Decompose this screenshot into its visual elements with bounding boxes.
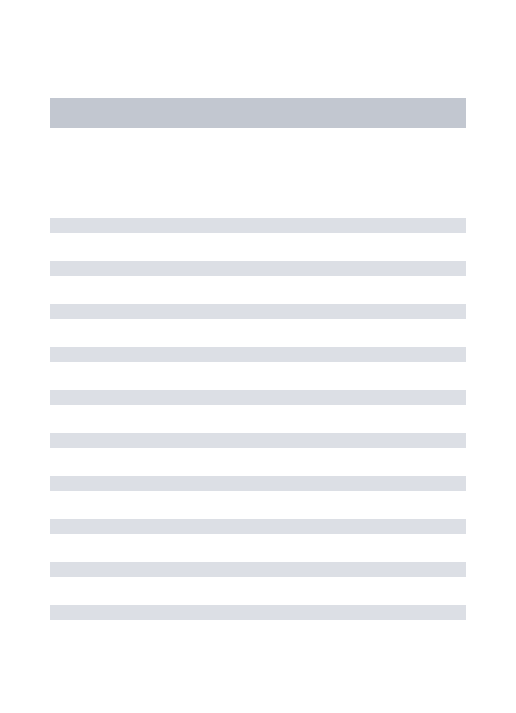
text-line-placeholder [50, 562, 466, 577]
text-line-placeholder [50, 605, 466, 620]
paragraph-block-1 [50, 218, 466, 405]
text-line-placeholder [50, 476, 466, 491]
text-line-placeholder [50, 304, 466, 319]
text-line-placeholder [50, 347, 466, 362]
text-line-placeholder [50, 433, 466, 448]
paragraph-block-2 [50, 433, 466, 620]
skeleton-container [0, 0, 516, 620]
text-line-placeholder [50, 390, 466, 405]
text-line-placeholder [50, 261, 466, 276]
text-line-placeholder [50, 519, 466, 534]
text-line-placeholder [50, 218, 466, 233]
title-placeholder [50, 98, 466, 128]
